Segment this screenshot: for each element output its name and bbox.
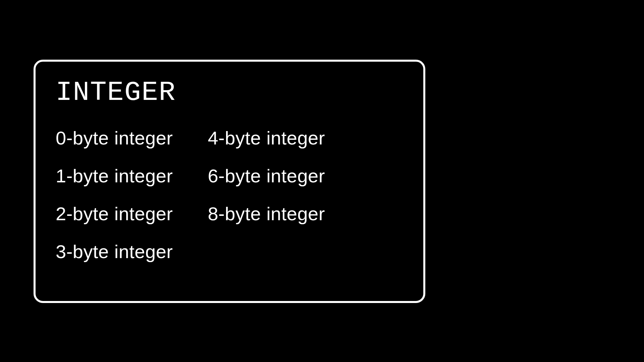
list-item: 1-byte integer — [56, 165, 173, 187]
integer-types-box: INTEGER 0-byte integer 1-byte integer 2-… — [34, 60, 425, 303]
columns-container: 0-byte integer 1-byte integer 2-byte int… — [56, 127, 403, 262]
list-item: 4-byte integer — [208, 127, 325, 149]
box-title: INTEGER — [56, 77, 403, 108]
list-item: 0-byte integer — [56, 127, 173, 149]
list-item: 2-byte integer — [56, 203, 173, 225]
column-left: 0-byte integer 1-byte integer 2-byte int… — [56, 127, 173, 262]
list-item: 6-byte integer — [208, 165, 325, 187]
column-right: 4-byte integer 6-byte integer 8-byte int… — [208, 127, 325, 262]
list-item: 8-byte integer — [208, 203, 325, 225]
list-item: 3-byte integer — [56, 241, 173, 262]
